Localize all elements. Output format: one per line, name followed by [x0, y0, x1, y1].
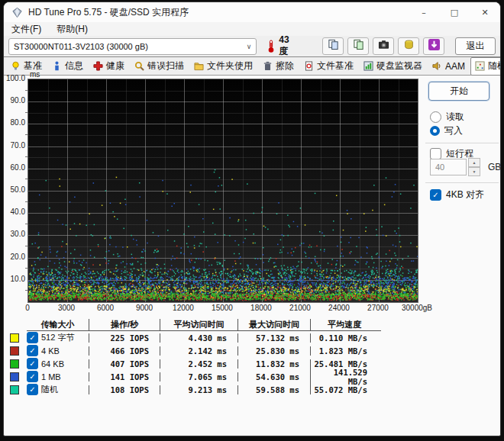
- scatter-canvas: [28, 79, 418, 302]
- short-stroke-size-control: 40 ▲ ▼ GB: [430, 158, 501, 176]
- write-radio-label: 写入: [444, 124, 463, 137]
- short-stroke-size-input[interactable]: 40: [430, 159, 467, 175]
- x-tick-label: 0: [25, 304, 30, 312]
- gb-unit-label: GB: [488, 162, 501, 172]
- table-cell-speed: 141.529 MB/s: [310, 368, 378, 386]
- copy-blue-icon: [328, 39, 339, 53]
- series-checkbox[interactable]: ✓: [27, 332, 38, 343]
- tab-erase[interactable]: 擦除: [258, 57, 299, 76]
- series-checkbox[interactable]: ✓: [27, 345, 38, 356]
- tab-label: 文件夹使用: [207, 60, 253, 72]
- table-cell-avg: 7.065 ms: [160, 372, 237, 381]
- app-icon: [11, 7, 23, 18]
- x-tick-label: 3000: [58, 304, 75, 312]
- copy-image-button[interactable]: [347, 37, 369, 55]
- table-header-cell: 平均速度: [310, 319, 378, 330]
- health-icon: [93, 61, 103, 71]
- window-title: HD Tune Pro 5.75 - 硬盘/SSD 实用程序: [28, 6, 189, 19]
- x-tick-label: 24000: [328, 304, 350, 312]
- series-checkbox[interactable]: ✓: [27, 384, 38, 395]
- save-results-button[interactable]: [398, 37, 419, 55]
- x-tick-label: 21000: [289, 304, 311, 312]
- x-tick-label: 12000: [173, 304, 194, 312]
- exit-button[interactable]: 退出: [455, 37, 496, 55]
- tab-health[interactable]: 健康: [89, 57, 129, 76]
- minimize-button[interactable]: –: [409, 2, 439, 22]
- toolbar: ST30000NT011-3V2103 (30000 gB) ∨ 43度 退出: [4, 36, 500, 57]
- screenshot-button[interactable]: [373, 37, 394, 55]
- series-color-swatch: [10, 372, 19, 381]
- table-header-cell: 平均访问时间: [160, 319, 237, 330]
- tab-random-access[interactable]: 随机访问: [470, 57, 501, 76]
- drive-select-value: ST30000NT011-3V2103 (30000 gB): [14, 42, 148, 51]
- tab-label: 健康: [106, 60, 124, 72]
- series-color-swatch: [10, 333, 19, 343]
- table-row: ✓512 字节225 IOPS4.430 ms57.132 ms0.110 MB…: [10, 331, 381, 344]
- read-radio-circle[interactable]: [430, 111, 441, 123]
- x-tick-label: 30000gB: [402, 304, 432, 312]
- y-tick-label: 50.0: [4, 186, 25, 194]
- app-window: HD Tune Pro 5.75 - 硬盘/SSD 实用程序 – □ ✕ 文件(…: [3, 2, 501, 436]
- table-cell-avg: 4.430 ms: [160, 333, 237, 343]
- close-button[interactable]: ✕: [470, 2, 500, 22]
- series-label: 64 KB: [41, 359, 64, 369]
- 4kb-align-box[interactable]: ✓: [430, 189, 441, 201]
- maximize-button[interactable]: □: [439, 2, 470, 22]
- tab-label: 硬盘监视器: [376, 60, 422, 72]
- save-gold-icon: [403, 39, 415, 53]
- tab-aam[interactable]: AAM: [428, 57, 470, 76]
- table-cell-avg: 9.213 ms: [160, 385, 237, 394]
- write-radio[interactable]: 写入: [430, 124, 463, 137]
- random-access-icon: [475, 61, 485, 71]
- table-header-cell: 传输大小: [27, 319, 89, 330]
- y-tick-label: 40.0: [4, 208, 25, 216]
- folder-icon: [194, 61, 204, 71]
- y-tick-label: 90.0: [4, 97, 25, 105]
- y-tick-label: 100.0: [4, 75, 25, 82]
- spinner-up-button[interactable]: ▲: [468, 158, 480, 167]
- table-cell-max: 57.132 ms: [237, 333, 310, 343]
- write-radio-circle[interactable]: [430, 126, 440, 136]
- table-cell-max: 59.588 ms: [237, 385, 310, 394]
- table-header: 传输大小操作/秒平均访问时间最大访问时间平均速度: [27, 318, 381, 331]
- tab-disk-monitor[interactable]: 硬盘监视器: [359, 57, 427, 76]
- tab-benchmark[interactable]: 基准: [6, 57, 47, 76]
- series-checkbox[interactable]: ✓: [27, 358, 38, 369]
- table-cell-speed: 55.072 MB/s: [310, 385, 378, 394]
- erase-icon: [263, 61, 273, 71]
- series-label: 512 字节: [41, 332, 74, 343]
- tab-label: 错误扫描: [147, 60, 184, 72]
- x-tick-label: 18000: [250, 304, 272, 312]
- table-cell-max: 54.630 ms: [237, 372, 310, 381]
- download-icon: [428, 39, 440, 53]
- table-cell-max: 11.832 ms: [237, 359, 310, 369]
- download-button[interactable]: [423, 37, 444, 55]
- tab-file-benchmark[interactable]: 文件基准: [299, 57, 358, 76]
- table-header-cell: 最大访问时间: [237, 319, 310, 330]
- table-cell-speed: 0.110 MB/s: [310, 333, 378, 343]
- table-cell-max: 25.830 ms: [237, 346, 310, 356]
- camera-icon: [378, 39, 389, 53]
- toolbar-buttons: [322, 37, 444, 55]
- drive-select[interactable]: ST30000NT011-3V2103 (30000 gB) ∨: [8, 38, 257, 55]
- aam-icon: [432, 61, 442, 71]
- read-radio[interactable]: 读取: [430, 111, 464, 124]
- benchmark-icon: [11, 61, 21, 71]
- series-color-swatch: [10, 385, 19, 394]
- table-cell-ops: 225 IOPS: [89, 333, 160, 343]
- start-button[interactable]: 开始: [428, 82, 489, 101]
- menu-item-file[interactable]: 文件(F): [11, 23, 41, 36]
- series-checkbox[interactable]: ✓: [27, 371, 38, 382]
- divider: [425, 182, 499, 183]
- info-icon: [52, 61, 62, 71]
- tab-error-scan[interactable]: 错误扫描: [130, 57, 189, 76]
- tab-info[interactable]: 信息: [47, 57, 88, 76]
- copy-text-button[interactable]: [322, 37, 344, 55]
- read-radio-label: 读取: [446, 111, 464, 124]
- menu-item-help[interactable]: 帮助(H): [57, 23, 88, 36]
- table-cell-ops: 466 IOPS: [89, 346, 160, 356]
- chevron-down-icon: ∨: [247, 43, 252, 50]
- 4kb-align-checkbox[interactable]: ✓ 4KB 对齐: [430, 188, 484, 201]
- spinner-down-button[interactable]: ▼: [468, 167, 480, 176]
- tab-folder-usage[interactable]: 文件夹使用: [189, 57, 257, 76]
